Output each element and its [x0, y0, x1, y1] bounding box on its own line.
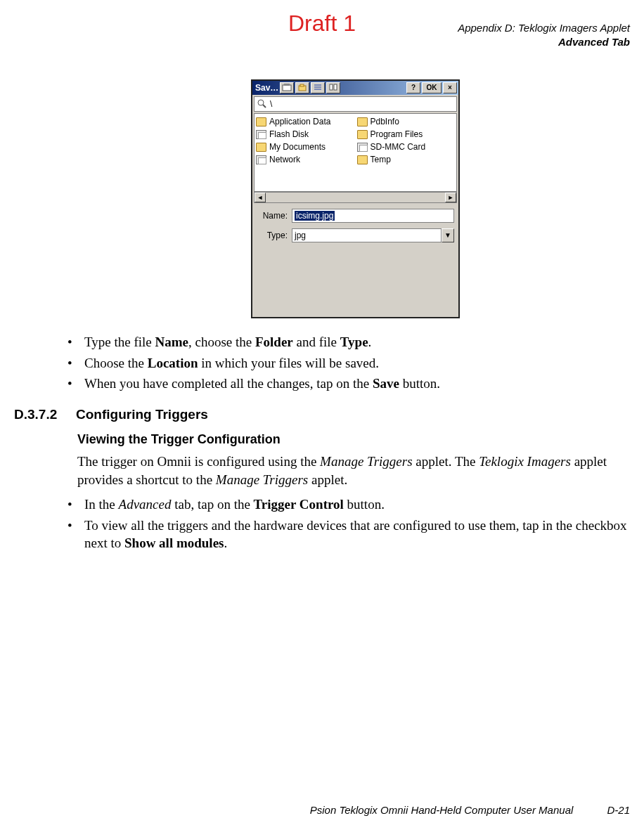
page-number: D-21 — [607, 804, 630, 816]
list-item[interactable]: Network — [256, 153, 354, 166]
disk-icon — [256, 130, 266, 139]
list-item[interactable]: Flash Disk — [256, 128, 354, 141]
list-item: Choose the Location in which your files … — [84, 354, 630, 372]
svg-rect-0 — [283, 85, 291, 91]
list-item-label: PdbInfo — [371, 117, 399, 126]
path-row: \ — [254, 96, 457, 112]
instruction-list-2: In the Advanced tab, tap on the Trigger … — [14, 495, 630, 552]
titlebar-icon-button-4[interactable] — [326, 82, 340, 93]
card-icon — [357, 143, 368, 152]
help-button[interactable]: ? — [406, 82, 420, 93]
folder-icon — [357, 117, 368, 126]
footer-text: Psion Teklogix Omnii Hand-Held Computer … — [310, 804, 574, 816]
paragraph: The trigger on Omnii is configured using… — [14, 453, 630, 488]
list-item[interactable]: SD-MMC Card — [357, 141, 456, 153]
name-field[interactable]: icsimg.jpg — [292, 209, 454, 223]
list-item[interactable]: Application Data — [256, 115, 354, 128]
svg-line-10 — [263, 105, 266, 108]
list-item: Type the file Name, choose the Folder an… — [84, 333, 630, 351]
close-button[interactable]: × — [443, 82, 457, 93]
magnifier-icon — [257, 99, 267, 109]
section-number: D.3.7.2 — [14, 407, 76, 422]
ok-button[interactable]: OK — [422, 82, 442, 93]
list-item-label: My Documents — [269, 142, 326, 152]
list-item-label: SD-MMC Card — [371, 142, 426, 152]
save-dialog: Sav… ? OK × \ Application Data Flash Dis… — [251, 79, 460, 318]
subsection-heading: Viewing the Trigger Configuration — [14, 432, 630, 447]
dialog-title: Sav… — [254, 83, 278, 93]
horizontal-scrollbar[interactable]: ◄ ► — [254, 192, 457, 203]
page-footer: Psion Teklogix Omnii Hand-Held Computer … — [310, 804, 630, 816]
svg-point-9 — [258, 100, 264, 105]
scroll-right-button[interactable]: ► — [445, 193, 456, 202]
titlebar-icon-button-2[interactable] — [295, 82, 309, 93]
type-value: jpg — [295, 231, 306, 240]
svg-rect-1 — [284, 84, 290, 86]
svg-rect-3 — [300, 84, 304, 86]
list-item-label: Network — [269, 155, 300, 164]
name-value: icsimg.jpg — [295, 211, 335, 221]
titlebar: Sav… ? OK × — [252, 81, 458, 95]
svg-rect-8 — [334, 84, 337, 90]
list-item-label: Flash Disk — [269, 129, 309, 139]
name-label: Name: — [257, 211, 288, 221]
titlebar-icon-button-1[interactable] — [280, 82, 294, 93]
folder-icon — [357, 155, 368, 164]
instruction-list-1: Type the file Name, choose the Folder an… — [14, 333, 630, 393]
list-item-label: Application Data — [269, 117, 330, 126]
section-title: Configuring Triggers — [76, 407, 208, 422]
type-label: Type: — [257, 231, 288, 240]
page-body: Type the file Name, choose the Folder an… — [14, 330, 630, 555]
page-header: Appendix D: Teklogix Imagers Applet Adva… — [458, 21, 630, 48]
titlebar-icon-button-3[interactable] — [311, 82, 325, 93]
list-item[interactable]: Program Files — [357, 128, 456, 141]
list-item[interactable]: PdbInfo — [357, 115, 456, 128]
type-combo[interactable]: jpg ▼ — [292, 228, 454, 242]
chevron-down-icon[interactable]: ▼ — [442, 228, 454, 242]
file-list-pane[interactable]: Application Data Flash Disk My Documents… — [254, 113, 457, 192]
network-icon — [256, 155, 266, 164]
section-heading: D.3.7.2Configuring Triggers — [14, 407, 630, 422]
folder-icon — [256, 117, 266, 126]
list-item[interactable]: Temp — [357, 153, 456, 166]
draft-watermark: Draft 1 — [288, 11, 356, 37]
header-tab: Advanced Tab — [458, 35, 630, 49]
scroll-left-button[interactable]: ◄ — [255, 193, 266, 202]
svg-rect-7 — [330, 84, 333, 90]
list-item: To view all the triggers and the hardwar… — [84, 517, 630, 552]
folder-icon — [357, 130, 368, 139]
list-item-label: Temp — [371, 155, 391, 164]
list-item: In the Advanced tab, tap on the Trigger … — [84, 495, 630, 514]
folder-icon — [256, 143, 266, 152]
list-item: When you have completed all the changes,… — [84, 375, 630, 393]
path-text: \ — [270, 99, 272, 109]
list-item[interactable]: My Documents — [256, 141, 354, 153]
list-item-label: Program Files — [371, 129, 423, 139]
header-appendix: Appendix D: Teklogix Imagers Applet — [458, 21, 630, 35]
